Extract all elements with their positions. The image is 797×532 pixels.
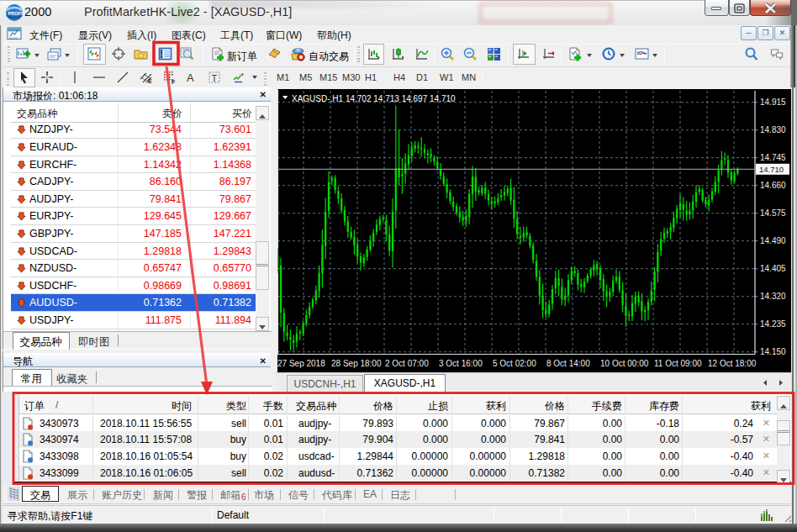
svg-text:E: E [148,78,152,84]
svg-text:27 Sep 2018: 27 Sep 2018 [277,359,325,368]
svg-text:14.490: 14.490 [760,236,786,245]
svg-text:14.710: 14.710 [759,165,784,174]
svg-text:14.575: 14.575 [760,208,786,218]
svg-text:A: A [187,71,194,84]
svg-text:14.150: 14.150 [760,347,786,356]
svg-text:F: F [172,79,176,85]
svg-text:14.830: 14.830 [760,125,786,134]
svg-text:2 Oct 07:00: 2 Oct 07:00 [385,359,429,368]
svg-text:3 Oct 16:00: 3 Oct 16:00 [439,359,483,368]
svg-text:28 Sep 18:00: 28 Sep 18:00 [331,359,382,368]
svg-text:PROFIT: PROFIT [8,11,24,16]
svg-text:14.660: 14.660 [760,181,786,190]
svg-text:14.405: 14.405 [760,264,786,273]
svg-text:10 Oct 00:00: 10 Oct 00:00 [600,359,649,368]
svg-text:T: T [212,73,218,83]
svg-text:11 Oct 09:00: 11 Oct 09:00 [654,359,702,368]
svg-text:5 Oct 02:00: 5 Oct 02:00 [493,359,536,368]
svg-text:14.745: 14.745 [760,153,786,162]
svg-text:14.320: 14.320 [760,292,786,301]
svg-text:14.915: 14.915 [760,97,786,107]
svg-text:8 Oct 14:00: 8 Oct 14:00 [546,359,590,368]
svg-text:14.235: 14.235 [760,319,786,329]
svg-text:XAGUSD-,H1 14.702 14.713 14.69: XAGUSD-,H1 14.702 14.713 14.697 14.710 [292,94,456,103]
svg-text:12 Oct 18:00: 12 Oct 18:00 [708,359,757,368]
